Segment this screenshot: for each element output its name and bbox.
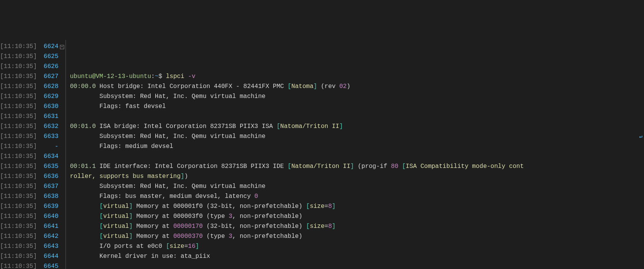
timestamp: [11:10:35] bbox=[0, 151, 39, 161]
gutter-row: [11:10:35]6632 bbox=[0, 121, 65, 131]
detail: Subsystem: Red Hat, Inc. Qemu virtual ma… bbox=[70, 133, 266, 140]
bracket: [ bbox=[100, 203, 103, 210]
timestamp: [11:10:35] bbox=[0, 171, 39, 181]
timestamp: [11:10:35] bbox=[0, 181, 39, 191]
detail: Flags: medium devsel bbox=[70, 143, 173, 150]
fold-column bbox=[58, 171, 65, 181]
line-wrap-icon: ↵ bbox=[639, 131, 642, 141]
bracket: ] bbox=[129, 223, 133, 230]
size-key: size bbox=[310, 203, 324, 210]
bracket: [ bbox=[166, 243, 170, 250]
bracket: [ bbox=[100, 223, 103, 230]
bracket: ] bbox=[195, 243, 199, 250]
timestamp: [11:10:35] bbox=[0, 111, 39, 121]
line-number: 6629 bbox=[39, 91, 58, 101]
line-number: 6627 bbox=[39, 71, 58, 81]
fold-toggle-icon[interactable]: − bbox=[60, 45, 64, 49]
indent bbox=[70, 213, 100, 220]
bracket: [ bbox=[100, 213, 103, 220]
output-line: 00:01.1 IDE interface: Intel Corporation… bbox=[70, 161, 644, 171]
fold-column bbox=[58, 231, 65, 241]
terminal-log-view: [11:10:35]6624−[11:10:35]6625[11:10:35]6… bbox=[0, 40, 644, 269]
rev: (rev bbox=[317, 83, 339, 90]
timestamp: [11:10:35] bbox=[0, 101, 39, 111]
fold-column bbox=[58, 211, 65, 221]
bracket: ] bbox=[129, 203, 133, 210]
detail: Kernel driver in use: ata_piix bbox=[70, 253, 210, 260]
line-number: 6632 bbox=[39, 121, 58, 131]
fold-column bbox=[58, 241, 65, 251]
bracket: ] bbox=[314, 83, 317, 90]
fold-column bbox=[58, 111, 65, 121]
gutter-row: [11:10:35]6628 bbox=[0, 81, 65, 91]
compat-cont: roller, supports bus mastering bbox=[70, 173, 181, 180]
prog-if-num: 80 bbox=[391, 163, 398, 170]
timestamp: [11:10:35] bbox=[0, 191, 39, 201]
timestamp: [11:10:35] bbox=[0, 201, 39, 211]
timestamp: [11:10:35] bbox=[0, 71, 39, 81]
bracket: [ bbox=[398, 163, 406, 170]
timestamp: [11:10:35] bbox=[0, 61, 39, 71]
line-number: 6642 bbox=[39, 231, 58, 241]
fold-column bbox=[58, 191, 65, 201]
fold-column bbox=[58, 201, 65, 211]
gutter-row: [11:10:35]6633 bbox=[0, 131, 65, 141]
output-line: Flags: fast devsel bbox=[70, 101, 644, 111]
gutter: [11:10:35]6624−[11:10:35]6625[11:10:35]6… bbox=[0, 40, 65, 269]
line-number: 6640 bbox=[39, 211, 58, 221]
gutter-row: [11:10:35]6644 bbox=[0, 251, 65, 261]
output-line: Flags: medium devsel bbox=[70, 141, 644, 151]
bracket: ] bbox=[181, 173, 184, 180]
timestamp: [11:10:35] bbox=[0, 261, 39, 269]
eq: = bbox=[325, 203, 329, 210]
prompt-user-host: ubuntu@VM-12-13-ubuntu bbox=[70, 73, 151, 80]
gutter-row: [11:10:35]6629 bbox=[0, 91, 65, 101]
virtual: virtual bbox=[103, 233, 129, 240]
output-line: Kernel driver in use: ata_piix bbox=[70, 251, 644, 261]
gutter-row: [11:10:35]6631 bbox=[0, 111, 65, 121]
gutter-row: [11:10:35]6634 bbox=[0, 151, 65, 161]
prompt-sep: : bbox=[151, 73, 155, 80]
codename: Natoma bbox=[291, 83, 314, 90]
timestamp: [11:10:35] bbox=[0, 42, 39, 51]
timestamp: [11:10:35] bbox=[0, 251, 39, 261]
command-arg: -v bbox=[188, 73, 195, 80]
output-line: 00:01.0 ISA bridge: Intel Corporation 82… bbox=[70, 121, 644, 131]
fold-column bbox=[58, 221, 65, 231]
device-label: IDE interface: Intel Corporation 82371SB… bbox=[96, 163, 287, 170]
gutter-row: [11:10:35]6640 bbox=[0, 211, 65, 221]
fold-column bbox=[58, 161, 65, 171]
pci-address: 00:00.0 bbox=[70, 83, 96, 90]
size-key: size bbox=[310, 223, 324, 230]
device-label: Host bridge: Intel Corporation 440FX - 8… bbox=[96, 83, 287, 90]
bracket: [ bbox=[306, 223, 310, 230]
line-number: 6641 bbox=[39, 221, 58, 231]
bracket: [ bbox=[288, 83, 292, 90]
rev-num: 02 bbox=[339, 83, 347, 90]
output-line: [virtual] Memory at 00000370 (type 3, no… bbox=[70, 231, 644, 241]
detail: Subsystem: Red Hat, Inc. Qemu virtual ma… bbox=[70, 183, 266, 190]
timestamp: [11:10:35] bbox=[0, 231, 39, 241]
output-line: [virtual] Memory at 000001f0 (32-bit, no… bbox=[70, 201, 644, 211]
fold-column bbox=[58, 251, 65, 261]
line-number: 6626 bbox=[39, 61, 58, 71]
compat: ISA Compatibility mode-only cont bbox=[406, 163, 528, 170]
timestamp: [11:10:35] bbox=[0, 131, 39, 141]
bracket: ] bbox=[350, 163, 354, 170]
indent bbox=[70, 233, 100, 240]
gutter-row: [11:10:35]6635 bbox=[0, 161, 65, 171]
fold-column bbox=[58, 141, 65, 151]
indent bbox=[70, 203, 100, 210]
timestamp: [11:10:35] bbox=[0, 161, 39, 171]
output-line: I/O ports at e0c0 [size=16] bbox=[70, 241, 644, 251]
line-number: 6636 bbox=[39, 171, 58, 181]
gutter-row: [11:10:35]6645 bbox=[0, 261, 65, 269]
terminal-content[interactable]: ↵ ubuntu@VM-12-13-ubuntu:~$ lspci -v00:0… bbox=[66, 40, 644, 269]
bracket: [ bbox=[306, 203, 310, 210]
gutter-row: [11:10:35]6624− bbox=[0, 42, 65, 51]
gutter-row: [11:10:35]6627 bbox=[0, 71, 65, 81]
line-number: 6625 bbox=[39, 51, 58, 61]
flags: Flags: bus master, medium devsel, latenc… bbox=[70, 193, 254, 200]
prompt-symbol: $ bbox=[158, 73, 166, 80]
gutter-row: [11:10:35]6636 bbox=[0, 171, 65, 181]
